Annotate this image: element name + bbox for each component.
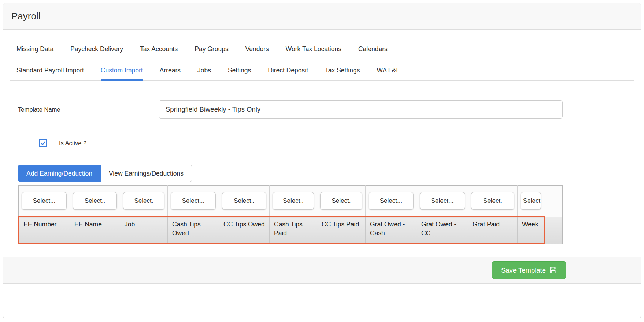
panel-body: Missing DataPaycheck DeliveryTax Account… xyxy=(3,30,641,244)
select-row: Select...Select..Select.Select...Select.… xyxy=(19,186,563,217)
field-cell-week: Week xyxy=(518,217,544,244)
floppy-disk-icon xyxy=(550,267,557,274)
select-dropdown-grat-owed-cc[interactable]: Select... xyxy=(420,192,465,210)
tab-custom-import[interactable]: Custom Import xyxy=(101,61,143,80)
save-template-label: Save Template xyxy=(501,266,546,274)
tab-paycheck-delivery[interactable]: Paycheck Delivery xyxy=(70,40,123,59)
tab-work-tax-locations[interactable]: Work Tax Locations xyxy=(286,40,341,59)
is-active-label: Is Active ? xyxy=(59,140,86,147)
field-cell-ee-number: EE Number xyxy=(19,217,70,244)
tab-arrears[interactable]: Arrears xyxy=(160,61,181,80)
tab-settings[interactable]: Settings xyxy=(228,61,251,80)
tab-direct-deposit[interactable]: Direct Deposit xyxy=(268,61,308,80)
field-cell-grat-paid: Grat Paid xyxy=(468,217,518,244)
view-earnings-deductions-button[interactable]: View Earnings/Deductions xyxy=(101,165,192,182)
filler-cell-top xyxy=(544,186,563,217)
tab-tax-settings[interactable]: Tax Settings xyxy=(325,61,360,80)
field-cell-ee-name: EE Name xyxy=(70,217,120,244)
select-cell-job: Select. xyxy=(120,186,168,217)
save-template-button[interactable]: Save Template xyxy=(492,261,566,279)
field-cell-grat-owed-cc: Grat Owed - CC xyxy=(417,217,468,244)
mapped-fields-row: EE NumberEE NameJobCash Tips OwedCC Tips… xyxy=(19,217,563,244)
mapping-table: Select...Select..Select.Select...Select.… xyxy=(18,185,563,244)
select-dropdown-cash-tips-paid[interactable]: Select.. xyxy=(273,192,314,210)
select-cell-week: Select.. xyxy=(518,186,544,217)
field-cell-cash-tips-paid: Cash Tips Paid xyxy=(270,217,317,244)
tab-wa-l-i[interactable]: WA L&I xyxy=(377,61,398,80)
select-cell-grat-paid: Select. xyxy=(468,186,518,217)
select-cell-grat-owed-cash: Select... xyxy=(366,186,417,217)
select-dropdown-ee-number[interactable]: Select... xyxy=(22,192,67,210)
select-cell-ee-name: Select.. xyxy=(70,186,120,217)
template-name-row: Template Name xyxy=(18,100,563,119)
select-cell-cash-tips-paid: Select.. xyxy=(270,186,317,217)
tab-calendars[interactable]: Calendars xyxy=(358,40,388,59)
select-cell-cash-tips-owed: Select... xyxy=(168,186,219,217)
panel-heading: Payroll xyxy=(3,3,641,30)
payroll-page: Payroll Missing DataPaycheck DeliveryTax… xyxy=(3,3,641,318)
select-dropdown-grat-paid[interactable]: Select. xyxy=(471,192,514,210)
tab-row-primary: Missing DataPaycheck DeliveryTax Account… xyxy=(3,40,641,59)
custom-import-content: Template Name Is Active ? Add Earning/De… xyxy=(18,100,563,244)
panel-footer: Save Template xyxy=(3,257,641,284)
tab-vendors[interactable]: Vendors xyxy=(245,40,269,59)
check-icon xyxy=(40,141,46,146)
tab-pay-groups[interactable]: Pay Groups xyxy=(195,40,228,59)
earning-deduction-toggle: Add Earning/Deduction View Earnings/Dedu… xyxy=(18,165,563,182)
field-cell-cash-tips-owed: Cash Tips Owed xyxy=(168,217,219,244)
tab-standard-payroll-import[interactable]: Standard Payroll Import xyxy=(16,61,84,80)
is-active-row: Is Active ? xyxy=(39,139,563,147)
tab-jobs[interactable]: Jobs xyxy=(197,61,211,80)
tab-missing-data[interactable]: Missing Data xyxy=(16,40,53,59)
template-name-input[interactable] xyxy=(159,100,563,119)
page-title: Payroll xyxy=(11,11,40,22)
field-cell-cc-tips-owed: CC Tips Owed xyxy=(219,217,270,244)
select-dropdown-cash-tips-owed[interactable]: Select... xyxy=(171,192,216,210)
select-cell-cc-tips-paid: Select. xyxy=(317,186,366,217)
select-dropdown-week[interactable]: Select.. xyxy=(521,192,541,210)
select-dropdown-cc-tips-paid[interactable]: Select. xyxy=(320,192,362,210)
select-cell-ee-number: Select... xyxy=(19,186,70,217)
select-cell-cc-tips-owed: Select.. xyxy=(219,186,270,217)
add-earning-deduction-button[interactable]: Add Earning/Deduction xyxy=(18,165,101,182)
filler-cell-bottom xyxy=(544,217,563,244)
select-dropdown-ee-name[interactable]: Select.. xyxy=(73,192,117,210)
tab-row-secondary: Standard Payroll ImportCustom ImportArre… xyxy=(10,61,634,80)
field-cell-cc-tips-paid: CC Tips Paid xyxy=(317,217,366,244)
field-cell-grat-owed-cash: Grat Owed - Cash xyxy=(366,217,417,244)
tab-tax-accounts[interactable]: Tax Accounts xyxy=(140,40,178,59)
is-active-checkbox[interactable] xyxy=(39,139,47,147)
template-name-label: Template Name xyxy=(18,106,159,113)
select-cell-grat-owed-cc: Select... xyxy=(417,186,468,217)
select-dropdown-grat-owed-cash[interactable]: Select... xyxy=(369,192,414,210)
select-dropdown-job[interactable]: Select. xyxy=(123,192,164,210)
select-dropdown-cc-tips-owed[interactable]: Select.. xyxy=(222,192,266,210)
field-cell-job: Job xyxy=(120,217,168,244)
